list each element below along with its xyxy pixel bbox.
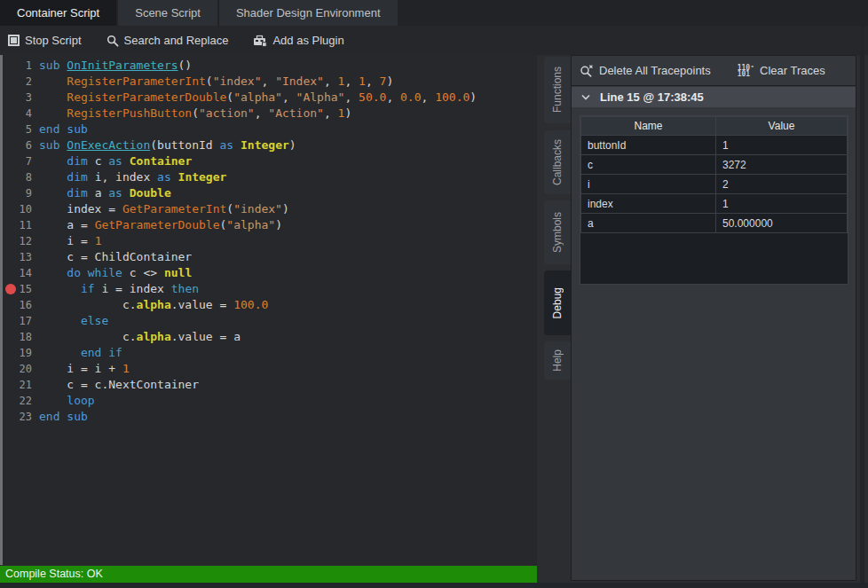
script-editor-window: Container ScriptScene ScriptShader Desig…: [0, 0, 868, 588]
line-number-gutter[interactable]: 7: [0, 153, 39, 169]
stop-script-button[interactable]: Stop Script: [8, 34, 82, 47]
table-row[interactable]: a50.000000: [581, 214, 848, 233]
code-line[interactable]: 4 RegisterPushButton("action", "Action",…: [0, 106, 537, 122]
code-line[interactable]: 3 RegisterParameterDouble("alpha", "Alph…: [0, 90, 537, 106]
line-number: 17: [20, 315, 32, 327]
side-tab-functions[interactable]: Functions: [544, 57, 571, 123]
line-number-gutter[interactable]: 17: [0, 313, 39, 329]
code-line[interactable]: 14 do while c <> null: [0, 265, 537, 281]
cell-name: a: [581, 214, 716, 233]
breakpoint-dot[interactable]: [5, 284, 16, 294]
line-number-gutter[interactable]: 10: [0, 201, 39, 217]
line-number-gutter[interactable]: 13: [0, 249, 39, 265]
tab-label: Shader Design Environment: [236, 6, 381, 20]
code-line[interactable]: 7 dim c as Container: [0, 153, 537, 169]
code-line[interactable]: 23end sub: [0, 409, 537, 425]
table-row[interactable]: c3272: [581, 155, 848, 175]
code-segment: Container: [130, 154, 192, 168]
code-segment: i = i +: [39, 362, 122, 375]
line-number-gutter[interactable]: 12: [0, 233, 39, 249]
code-segment: 50.0: [359, 90, 386, 104]
column-header-value[interactable]: Value: [716, 117, 848, 136]
chevron-down-icon[interactable]: [581, 94, 590, 100]
compile-status-text: Compile Status: OK: [5, 568, 103, 580]
code-line[interactable]: 22 loop: [0, 393, 537, 409]
code-segment: "Action": [268, 106, 324, 120]
line-number: 15: [20, 283, 32, 295]
code-segment: "index": [233, 202, 282, 216]
line-number: 5: [26, 123, 32, 136]
code-line[interactable]: 5end sub: [0, 122, 537, 137]
code-line[interactable]: 16 c.alpha.value = 100.0: [0, 297, 537, 313]
code-line[interactable]: 18 c.alpha.value = a: [0, 329, 537, 345]
code-line[interactable]: 10 index = GetParameterInt("index"): [0, 201, 537, 217]
line-number-gutter[interactable]: 4: [0, 106, 39, 122]
code-segment: ): [282, 202, 289, 216]
line-number-gutter[interactable]: 3: [0, 90, 39, 106]
tab-scene-script[interactable]: Scene Script: [118, 0, 217, 26]
code-line[interactable]: 12 i = 1: [0, 233, 537, 249]
code-line[interactable]: 1sub OnInitParameters(): [0, 58, 537, 74]
code-line[interactable]: 8 dim i, index as Integer: [0, 169, 537, 185]
code-segment: (: [206, 74, 213, 88]
code-line[interactable]: 11 a = GetParameterDouble("alpha"): [0, 217, 537, 233]
tab-container-script[interactable]: Container Script: [0, 0, 116, 26]
side-tab-label: Functions: [551, 67, 564, 113]
code-segment: .value =: [171, 298, 233, 311]
line-number: 22: [20, 395, 32, 407]
line-number-gutter[interactable]: 21: [0, 377, 39, 393]
code-line[interactable]: 2 RegisterParameterInt("index", "Index",…: [0, 74, 537, 90]
line-number-gutter[interactable]: 15: [0, 281, 39, 297]
line-number-gutter[interactable]: 5: [0, 122, 39, 137]
line-number-gutter[interactable]: 18: [0, 329, 39, 345]
code-segment: end sub: [39, 410, 88, 423]
cell-value: 50.000000: [716, 214, 848, 233]
side-tab-symbols[interactable]: Symbols: [544, 200, 571, 264]
table-row[interactable]: buttonId1: [581, 136, 848, 155]
code-segment: i =: [39, 234, 95, 247]
button-label: Stop Script: [25, 34, 82, 47]
column-header-name[interactable]: Name: [581, 117, 716, 136]
delete-all-tracepoints-button[interactable]: Delete All Tracepoints: [580, 64, 711, 77]
code-segment: [39, 394, 67, 407]
line-number-gutter[interactable]: 9: [0, 185, 39, 201]
line-number: 10: [20, 203, 32, 216]
line-number-gutter[interactable]: 11: [0, 217, 39, 233]
code-line[interactable]: 19 end if: [0, 345, 537, 361]
tab-shader-design-environment[interactable]: Shader Design Environment: [219, 0, 398, 26]
clear-traces-button[interactable]: 110ˣ101Clear Traces: [738, 64, 825, 77]
add-as-plugin-button[interactable]: Add as Plugin: [253, 34, 343, 47]
line-number-gutter[interactable]: 1: [0, 58, 39, 74]
line-number-gutter[interactable]: 14: [0, 265, 39, 281]
code-line-text: c.alpha.value = a: [39, 329, 241, 345]
code-line[interactable]: 20 i = i + 1: [0, 361, 537, 377]
search-and-replace-button[interactable]: Search and Replace: [107, 34, 229, 47]
side-tab-debug[interactable]: Debug: [544, 270, 571, 335]
code-line[interactable]: 15 if i = index then: [0, 281, 537, 297]
side-tab-label: Callbacks: [551, 139, 564, 185]
variables-table-container: NameValue buttonId1c3272i2index1a50.0000…: [580, 115, 848, 285]
line-number-gutter[interactable]: 20: [0, 361, 39, 377]
code-segment: ,: [344, 90, 359, 104]
code-line[interactable]: 13 c = ChildContainer: [0, 249, 537, 265]
side-tab-help[interactable]: Help: [544, 341, 571, 380]
table-row[interactable]: index1: [581, 194, 848, 214]
code-line[interactable]: 9 dim a as Double: [0, 185, 537, 201]
line-number-gutter[interactable]: 23: [0, 409, 39, 425]
code-segment: ,: [324, 74, 338, 88]
line-number-gutter[interactable]: 22: [0, 393, 39, 409]
code-line[interactable]: 21 c = c.NextContainer: [0, 377, 537, 393]
code-line[interactable]: 6sub OnExecAction(buttonId as Integer): [0, 137, 537, 153]
line-number-gutter[interactable]: 6: [0, 137, 39, 153]
trace-group-header[interactable]: Line 15 @ 17:38:45: [572, 87, 856, 107]
line-number-gutter[interactable]: 19: [0, 345, 39, 361]
code-line[interactable]: 17 else: [0, 313, 537, 329]
line-number-gutter[interactable]: 16: [0, 297, 39, 313]
table-row[interactable]: i2: [581, 175, 848, 194]
cell-name: index: [581, 194, 716, 214]
code-segment: ): [344, 106, 351, 120]
line-number-gutter[interactable]: 2: [0, 74, 39, 90]
side-tab-callbacks[interactable]: Callbacks: [544, 130, 571, 194]
code-editor[interactable]: 1sub OnInitParameters()2 RegisterParamet…: [0, 55, 537, 565]
line-number-gutter[interactable]: 8: [0, 169, 39, 185]
